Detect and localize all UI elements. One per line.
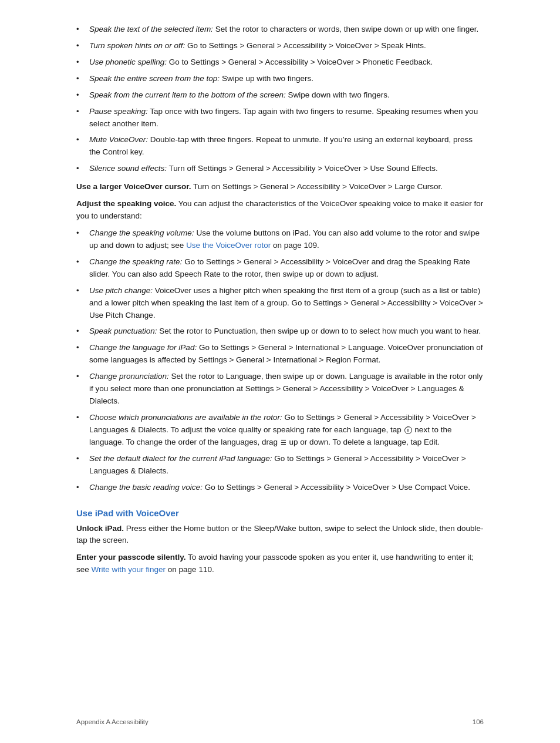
bullet-dot: •: [76, 325, 87, 338]
bullet-text: Change the speaking volume: Use the volu…: [89, 227, 484, 252]
list-item: • Silence sound effects: Turn off Settin…: [76, 163, 484, 175]
bullet-dot: •: [76, 23, 87, 36]
list-item: • Mute VoiceOver: Double-tap with three …: [76, 134, 484, 159]
list-item: • Choose which pronunciations are availa…: [76, 412, 484, 449]
bullet-text: Speak punctuation: Set the rotor to Punc…: [89, 325, 484, 338]
bullet-text: Speak from the current item to the botto…: [89, 89, 484, 102]
italic-label: Change pronunciation:: [89, 372, 169, 381]
list-item: • Speak the text of the selected item: S…: [76, 23, 484, 36]
adjust-voice-bold: Adjust the speaking voice.: [76, 199, 176, 208]
list-item: • Change the language for iPad: Go to Se…: [76, 342, 484, 367]
bullet-dot: •: [76, 453, 87, 465]
bullet-text: Turn spoken hints on or off: Go to Setti…: [89, 40, 484, 52]
italic-label: Choose which pronunciations are availabl…: [89, 413, 282, 422]
adjust-voice-para: Adjust the speaking voice. You can adjus…: [76, 198, 484, 223]
italic-label: Speak from the current item to the botto…: [89, 90, 286, 99]
bullet-text: Speak the entire screen from the top: Sw…: [89, 73, 484, 85]
list-item: • Speak from the current item to the bot…: [76, 89, 484, 102]
bullet-text: Choose which pronunciations are availabl…: [89, 412, 484, 449]
list-item: • Turn spoken hints on or off: Go to Set…: [76, 40, 484, 52]
bullet-dot: •: [76, 106, 87, 118]
list-item: • Speak punctuation: Set the rotor to Pu…: [76, 325, 484, 338]
italic-label: Change the basic reading voice:: [89, 483, 203, 492]
page: • Speak the text of the selected item: S…: [0, 0, 560, 743]
italic-label: Set the default dialect for the current …: [89, 454, 272, 463]
bullet-dot: •: [76, 73, 87, 85]
drag-icon: ☰: [281, 438, 286, 448]
italic-label: Change the speaking rate:: [89, 257, 182, 266]
voice-bullet-list: • Change the speaking volume: Use the vo…: [76, 227, 484, 494]
bullet-text: Mute VoiceOver: Double-tap with three fi…: [89, 134, 484, 159]
list-item: • Change the speaking rate: Go to Settin…: [76, 256, 484, 281]
bullet-dot: •: [76, 342, 87, 354]
write-with-finger-link[interactable]: Write with your finger: [92, 565, 166, 574]
unlock-ipad-para: Unlock iPad. Press either the Home butto…: [76, 523, 484, 547]
italic-label: Use phonetic spelling:: [89, 58, 167, 66]
bullet-text: Change the basic reading voice: Go to Se…: [89, 482, 484, 494]
list-item: • Change pronunciation: Set the rotor to…: [76, 371, 484, 408]
top-bullet-list: • Speak the text of the selected item: S…: [76, 23, 484, 175]
bullet-text: Set the default dialect for the current …: [89, 453, 484, 478]
passcode-bold: Enter your passcode silently.: [76, 553, 186, 562]
footer-left: Appendix A Accessibility: [76, 718, 149, 725]
info-icon: i: [404, 426, 412, 434]
bullet-text: Silence sound effects: Turn off Settings…: [89, 163, 484, 175]
bullet-dot: •: [76, 285, 87, 297]
bullet-text: Change pronunciation: Set the rotor to L…: [89, 371, 484, 408]
list-item: • Set the default dialect for the curren…: [76, 453, 484, 478]
bullet-text: Use pitch change: VoiceOver uses a highe…: [89, 285, 484, 322]
italic-label: Silence sound effects:: [89, 164, 167, 173]
italic-label: Speak the entire screen from the top:: [89, 74, 220, 83]
italic-label: Change the speaking volume:: [89, 228, 194, 237]
list-item: • Use pitch change: VoiceOver uses a hig…: [76, 285, 484, 322]
bullet-dot: •: [76, 56, 87, 69]
italic-label: Use pitch change:: [89, 286, 153, 295]
larger-cursor-para: Use a larger VoiceOver cursor. Turn on S…: [76, 181, 484, 193]
page-footer: Appendix A Accessibility 106: [0, 718, 560, 725]
italic-label: Speak the text of the selected item:: [89, 25, 213, 33]
italic-label: Speak punctuation:: [89, 327, 157, 335]
list-item: • Pause speaking: Tap once with two fing…: [76, 106, 484, 130]
bullet-text: Speak the text of the selected item: Set…: [89, 23, 484, 36]
list-item: • Change the basic reading voice: Go to …: [76, 482, 484, 494]
passcode-para: Enter your passcode silently. To avoid h…: [76, 552, 484, 576]
bullet-dot: •: [76, 89, 87, 102]
italic-label: Pause speaking:: [89, 107, 148, 116]
list-item: • Change the speaking volume: Use the vo…: [76, 227, 484, 252]
larger-cursor-bold: Use a larger VoiceOver cursor.: [76, 182, 191, 191]
footer-right: 106: [473, 718, 484, 725]
list-item: • Use phonetic spelling: Go to Settings …: [76, 56, 484, 69]
bullet-dot: •: [76, 134, 87, 146]
section-title-use-ipad-voiceover: Use iPad with VoiceOver: [76, 508, 484, 518]
bullet-dot: •: [76, 40, 87, 52]
bullet-dot: •: [76, 482, 87, 494]
italic-label: Turn spoken hints on or off:: [89, 41, 185, 50]
italic-label: Change the language for iPad:: [89, 343, 197, 352]
unlock-ipad-bold: Unlock iPad.: [76, 524, 124, 533]
bullet-dot: •: [76, 412, 87, 424]
voiceover-rotor-link[interactable]: Use the VoiceOver rotor: [186, 241, 271, 250]
bullet-dot: •: [76, 371, 87, 383]
bullet-dot: •: [76, 227, 87, 240]
bullet-dot: •: [76, 163, 87, 175]
bullet-text: Use phonetic spelling: Go to Settings > …: [89, 56, 484, 69]
list-item: • Speak the entire screen from the top: …: [76, 73, 484, 85]
bullet-text: Pause speaking: Tap once with two finger…: [89, 106, 484, 130]
bullet-dot: •: [76, 256, 87, 268]
bullet-text: Change the language for iPad: Go to Sett…: [89, 342, 484, 367]
bullet-text: Change the speaking rate: Go to Settings…: [89, 256, 484, 281]
italic-label: Mute VoiceOver:: [89, 135, 148, 144]
